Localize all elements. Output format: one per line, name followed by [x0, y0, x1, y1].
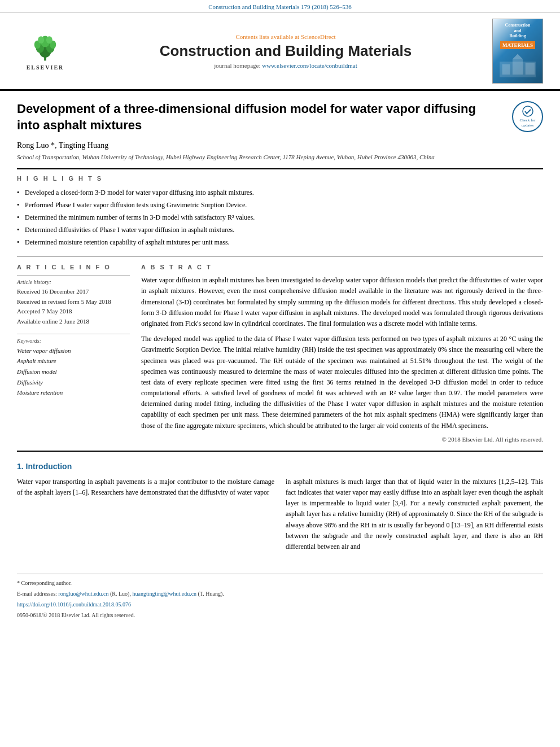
- info-divider-1: [17, 275, 130, 276]
- homepage-prefix: journal homepage:: [214, 62, 262, 69]
- sciencedirect-prefix: Contents lists available at: [235, 33, 300, 40]
- elsevier-logo: ELSEVIER: [27, 32, 64, 71]
- highlights-list: Developed a closed-form 3-D model for wa…: [17, 186, 543, 248]
- footnote-area: * Corresponding author. E-mail addresses…: [17, 574, 543, 620]
- article-title: Development of a three-dimensional diffu…: [17, 101, 501, 133]
- email-prefix: E-mail addresses:: [17, 591, 58, 597]
- journal-title: Construction and Building Materials: [79, 42, 492, 60]
- keyword-3: Diffusion model: [17, 366, 130, 377]
- elsevier-label: ELSEVIER: [27, 64, 64, 71]
- abstract-para-1: Water vapor diffusion in asphalt mixture…: [141, 275, 543, 329]
- journal-header: ELSEVIER Contents lists available at Sci…: [0, 13, 560, 91]
- copyright-line: © 2018 Elsevier Ltd. All rights reserved…: [141, 436, 543, 443]
- homepage-url[interactable]: www.elsevier.com/locate/conbuildmat: [262, 62, 357, 69]
- svg-point-14: [523, 106, 533, 116]
- highlight-item-3: Determined the minimum number of terms i…: [17, 211, 543, 224]
- check-updates-badge: Check forupdates: [512, 101, 543, 132]
- intro-para-2: in asphalt mixtures is much larger than …: [286, 477, 543, 552]
- abstract-text: Water vapor diffusion in asphalt mixture…: [141, 275, 543, 431]
- authors-text: Rong Luo *, Tingting Huang: [17, 141, 108, 150]
- highlight-item-1: Developed a closed-form 3-D model for wa…: [17, 186, 543, 199]
- keywords-label: Keywords:: [17, 338, 130, 344]
- journal-homepage: journal homepage: www.elsevier.com/locat…: [79, 62, 492, 69]
- cover-title-line1: Construction and Building: [505, 23, 531, 39]
- svg-point-7: [38, 36, 44, 43]
- keywords-section: Keywords: Water vapor diffusion Asphalt …: [17, 338, 130, 398]
- highlights-section: H I G H L I G H T S Developed a closed-f…: [17, 175, 543, 248]
- doi-link[interactable]: https://doi.org/10.1016/j.conbuildmat.20…: [17, 601, 131, 608]
- article-history: Article history: Received 16 December 20…: [17, 279, 130, 326]
- issn-line: 0950-0618/© 2018 Elsevier Ltd. All right…: [17, 611, 543, 620]
- intro-col-left: Water vapor transporting in asphalt pave…: [17, 477, 274, 557]
- email1-link[interactable]: rongluo@whut.edu.cn: [58, 591, 108, 597]
- email2-name: (T. Huang).: [198, 591, 224, 597]
- introduction-heading: 1. Introduction: [17, 462, 543, 471]
- intro-para-1: Water vapor transporting in asphalt pave…: [17, 477, 274, 498]
- email-line: E-mail addresses: rongluo@whut.edu.cn (R…: [17, 589, 543, 599]
- highlight-item-2: Performed Phase I water vapor diffusion …: [17, 199, 543, 211]
- abstract-para-2: The developed model was applied to the d…: [141, 334, 543, 431]
- history-label: Article history:: [17, 279, 130, 285]
- citation-text: Construction and Building Materials 179 …: [208, 3, 352, 10]
- svg-rect-10: [502, 64, 510, 75]
- revised-date: Received in revised form 5 May 2018: [17, 297, 130, 307]
- info-divider-2: [17, 334, 130, 334]
- email2-link[interactable]: huangtingting@whut.edu.cn: [132, 591, 196, 597]
- article-title-section: Development of a three-dimensional diffu…: [17, 101, 543, 133]
- introduction-two-col: Water vapor transporting in asphalt pave…: [17, 477, 543, 557]
- cover-materials-badge: MATERIALS: [500, 41, 535, 49]
- sciencedirect-link: Contents lists available at ScienceDirec…: [79, 33, 492, 40]
- check-icon: [522, 106, 533, 117]
- divider-1: [17, 256, 543, 257]
- sciencedirect-label[interactable]: ScienceDirect: [301, 33, 336, 40]
- email1-name: (R. Luo),: [110, 591, 131, 597]
- journal-cover-image: Construction and Building MATERIALS: [492, 19, 543, 84]
- intro-col-right: in asphalt mixtures is much larger than …: [286, 477, 543, 557]
- authors-line: Rong Luo *, Tingting Huang: [17, 141, 543, 150]
- accepted-date: Accepted 7 May 2018: [17, 307, 130, 317]
- received-date: Received 16 December 2017: [17, 287, 130, 297]
- publisher-logo-area: ELSEVIER: [11, 32, 79, 71]
- introduction-section: 1. Introduction Water vapor transporting…: [17, 462, 543, 557]
- divider-thick: [17, 168, 543, 169]
- elsevier-tree-icon: [28, 32, 62, 63]
- keywords-list: Water vapor diffusion Asphalt mixture Di…: [17, 346, 130, 398]
- svg-point-8: [46, 36, 53, 43]
- svg-rect-12: [526, 63, 535, 75]
- corresponding-author-note: * Corresponding author.: [17, 579, 543, 588]
- highlights-label: H I G H L I G H T S: [17, 175, 543, 182]
- journal-cover-area: Construction and Building MATERIALS: [492, 19, 549, 84]
- abstract-label: A B S T R A C T: [141, 264, 543, 270]
- svg-rect-11: [513, 59, 523, 74]
- cover-building-illustration: [495, 51, 540, 80]
- keyword-5: Moisture retention: [17, 387, 130, 398]
- affiliation-line: School of Transportation, Wuhan Universi…: [17, 154, 543, 160]
- article-info-abstract-section: A R T I C L E I N F O Article history: R…: [17, 264, 543, 443]
- svg-marker-13: [513, 54, 523, 59]
- highlight-item-5: Determined moisture retention capability…: [17, 236, 543, 248]
- keyword-4: Diffusivity: [17, 377, 130, 388]
- abstract-col: A B S T R A C T Water vapor diffusion in…: [141, 264, 543, 443]
- keyword-1: Water vapor diffusion: [17, 346, 130, 356]
- available-date: Available online 2 June 2018: [17, 317, 130, 327]
- top-citation-bar: Construction and Building Materials 179 …: [0, 0, 560, 13]
- article-info-col: A R T I C L E I N F O Article history: R…: [17, 264, 130, 443]
- highlight-item-4: Determined diffusivities of Phase I wate…: [17, 224, 543, 236]
- keyword-2: Asphalt mixture: [17, 356, 130, 366]
- journal-header-center: Contents lists available at ScienceDirec…: [79, 33, 492, 69]
- divider-thick-2: [17, 451, 543, 452]
- check-badge-inner: Check forupdates: [512, 101, 543, 132]
- main-content: Development of a three-dimensional diffu…: [0, 91, 560, 633]
- doi-line: https://doi.org/10.1016/j.conbuildmat.20…: [17, 600, 543, 609]
- article-info-label: A R T I C L E I N F O: [17, 264, 130, 270]
